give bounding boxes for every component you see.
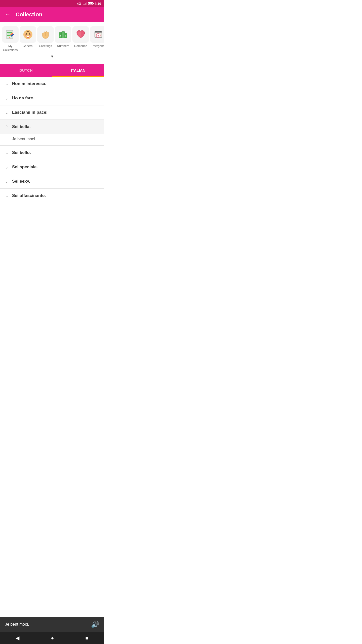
phrase-text-3: Lasciami in pace! [12, 110, 48, 115]
first-aid-icon [93, 29, 104, 40]
pencil-paper-icon [5, 29, 16, 40]
svg-rect-28 [95, 31, 97, 32]
phrase-item-4: ⌄ Sei bella. Je bent mooi. [0, 120, 104, 146]
chevron-icon-6: ⌄ [4, 165, 9, 170]
face-icon [22, 29, 33, 40]
greetings-label: Greetings [39, 44, 52, 48]
phrase-row-7[interactable]: ⌄ Sei sexy. [0, 174, 104, 188]
svg-marker-0 [90, 3, 90, 4]
svg-rect-12 [27, 36, 29, 37]
signal-icon [83, 2, 86, 5]
phrase-item-2: ⌄ Ho da fare. [0, 91, 104, 105]
translation-4: Je bent mooi. [0, 134, 104, 145]
phrase-item-6: ⌄ Sei speciale. [0, 160, 104, 174]
chevron-icon-7: ⌄ [4, 179, 9, 184]
greetings-icon-wrap [37, 26, 54, 43]
phrase-text-8: Sei affascinante. [12, 193, 46, 197]
category-numbers[interactable]: 2 1 3 Numbers [55, 26, 71, 48]
phrase-row-5[interactable]: ⌄ Sei bello. [0, 146, 104, 160]
phrase-text-5: Sei bello. [12, 150, 31, 155]
phrase-text-1: Non m'interessa. [12, 81, 46, 86]
hand-icon [40, 29, 51, 40]
romance-icon-wrap [72, 26, 89, 43]
network-indicator: 4G [77, 2, 81, 6]
svg-text:1: 1 [62, 34, 64, 36]
svg-point-15 [25, 34, 26, 36]
phrase-row-3[interactable]: ⌄ Lasciami in pace! [0, 105, 104, 119]
phrase-list: ⌄ Non m'interessa. ⌄ Ho da fare. ⌄ Lasci… [0, 77, 104, 197]
category-greetings[interactable]: Greetings [37, 26, 54, 48]
battery-icon [88, 2, 93, 5]
svg-rect-29 [100, 31, 101, 32]
chevron-icon-4: ⌄ [4, 125, 9, 129]
emergency-label: Emergency [91, 44, 104, 48]
page-title: Collection [16, 11, 42, 18]
general-icon-wrap [20, 26, 36, 43]
chevron-icon-5: ⌄ [4, 150, 9, 155]
my-collections-icon-wrap [2, 26, 19, 43]
phrase-item-7: ⌄ Sei sexy. [0, 174, 104, 189]
heart-icon [75, 29, 86, 40]
phrase-row-8[interactable]: ⌄ Sei affascinante. [0, 189, 104, 197]
phrase-text-7: Sei sexy. [12, 179, 30, 184]
chevron-icon-8: ⌄ [4, 193, 9, 198]
italian-tab-label: ITALIAN [71, 68, 85, 72]
svg-text:2: 2 [59, 34, 61, 37]
svg-rect-33 [98, 35, 99, 36]
chevron-down-icon: ▾ [51, 54, 53, 59]
my-collections-label: My Collections [2, 44, 19, 52]
category-romance[interactable]: Romance [72, 26, 89, 48]
time-display: 4:10 [95, 2, 101, 6]
category-general[interactable]: General [20, 26, 36, 48]
language-tabs: DUTCH ITALIAN [0, 64, 104, 77]
app-header: ← Collection [0, 7, 104, 22]
phrase-list-container[interactable]: ⌄ Non m'interessa. ⌄ Ho da fare. ⌄ Lasci… [0, 77, 104, 197]
numbers-icon: 2 1 3 [58, 29, 69, 40]
general-label: General [23, 44, 33, 48]
tab-dutch[interactable]: DUTCH [0, 64, 52, 77]
translation-text-4: Je bent mooi. [12, 137, 36, 141]
phrase-row-4[interactable]: ⌄ Sei bella. [0, 120, 104, 134]
categories-row: My Collections General [2, 26, 102, 52]
svg-text:3: 3 [65, 34, 66, 37]
phrase-row-6[interactable]: ⌄ Sei speciale. [0, 160, 104, 174]
tab-italian[interactable]: ITALIAN [52, 64, 104, 77]
chevron-icon-3: ⌄ [4, 110, 9, 115]
phrase-text-4: Sei bella. [12, 124, 31, 129]
dutch-tab-label: DUTCH [19, 68, 33, 72]
phrase-item-3: ⌄ Lasciami in pace! [0, 105, 104, 120]
phrase-text-2: Ho da fare. [12, 96, 34, 101]
svg-point-8 [23, 30, 32, 39]
svg-point-16 [29, 34, 31, 36]
categories-section: My Collections General [0, 22, 104, 64]
chevron-icon-1: ⌄ [4, 82, 9, 86]
phrase-item-5: ⌄ Sei bello. [0, 146, 104, 160]
category-my-collections[interactable]: My Collections [2, 26, 19, 52]
numbers-icon-wrap: 2 1 3 [55, 26, 71, 43]
numbers-label: Numbers [57, 44, 69, 48]
romance-label: Romance [74, 44, 87, 48]
phrase-item-1: ⌄ Non m'interessa. [0, 77, 104, 91]
back-button[interactable]: ← [4, 10, 12, 19]
expand-categories-button[interactable]: ▾ [2, 52, 102, 62]
phrase-row-1[interactable]: ⌄ Non m'interessa. [0, 77, 104, 91]
emergency-icon-wrap [90, 26, 104, 43]
phrase-row-2[interactable]: ⌄ Ho da fare. [0, 91, 104, 105]
phrase-text-6: Sei speciale. [12, 165, 38, 170]
status-bar: 4G 4:10 [0, 0, 104, 7]
chevron-icon-2: ⌄ [4, 96, 9, 101]
phrase-item-8: ⌄ Sei affascinante. [0, 189, 104, 197]
category-emergency[interactable]: Emergency [90, 26, 104, 48]
